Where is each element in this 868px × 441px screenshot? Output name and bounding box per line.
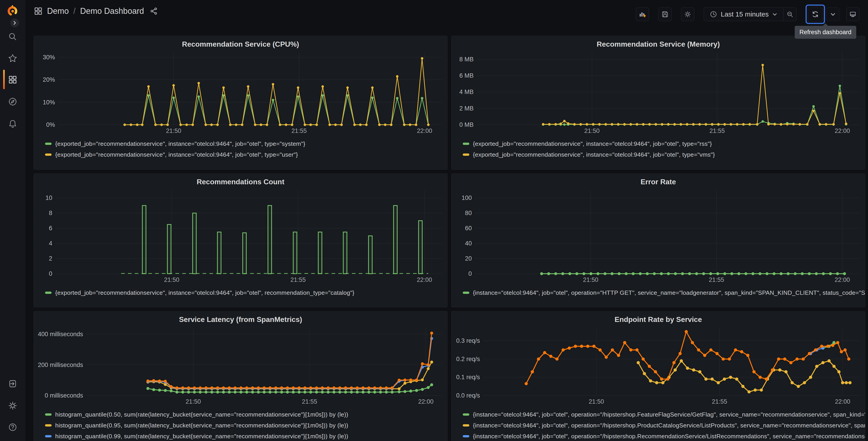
grafana-logo-icon[interactable] bbox=[6, 4, 19, 17]
legend-item[interactable]: histogram_quantile(0.95, sum(rate(latenc… bbox=[45, 420, 447, 431]
legend: {instance="otelcol:9464", job="otel", op… bbox=[452, 407, 865, 441]
svg-text:0: 0 bbox=[468, 270, 472, 277]
svg-text:6 MB: 6 MB bbox=[459, 72, 474, 79]
legend-swatch-icon bbox=[463, 153, 469, 156]
legend-label: {instance="otelcol:9464", job="otel", op… bbox=[473, 411, 865, 418]
series-p95 bbox=[146, 361, 433, 390]
svg-text:21:55: 21:55 bbox=[709, 127, 725, 134]
svg-text:8: 8 bbox=[49, 210, 52, 216]
dashboard-canvas: Recommendation Service (CPU%)21:5021:552… bbox=[25, 23, 868, 441]
sidebar-item-explore[interactable] bbox=[8, 97, 18, 107]
svg-text:21:55: 21:55 bbox=[291, 127, 307, 134]
panel-title[interactable]: Recommendation Service (CPU%) bbox=[34, 36, 447, 49]
legend-item[interactable]: {exported_job="recommendationservice", i… bbox=[463, 149, 865, 160]
legend-swatch-icon bbox=[45, 153, 52, 156]
sidebar-item-dashboards[interactable] bbox=[8, 75, 18, 85]
dashboards-grid-icon bbox=[33, 6, 43, 16]
chart-axis-labels: 21:5021:5522:000246810 bbox=[45, 195, 432, 283]
panel-endpoint-rate: Endpoint Rate by Service21:5021:5522:000… bbox=[451, 311, 865, 441]
svg-text:0.1 req/s: 0.1 req/s bbox=[456, 374, 480, 381]
svg-text:21:50: 21:50 bbox=[584, 127, 600, 134]
legend: {exported_job="recommendationservice", i… bbox=[452, 136, 865, 160]
panel-title[interactable]: Service Latency (from SpanMetrics) bbox=[34, 311, 447, 324]
series-p99 bbox=[146, 337, 433, 390]
breadcrumb: Demo / Demo Dashboard bbox=[33, 6, 158, 16]
svg-text:22:00: 22:00 bbox=[418, 398, 434, 405]
legend-item[interactable]: {instance="otelcol:9464", job="otel", op… bbox=[463, 409, 865, 420]
sidebar-item-sign-in[interactable] bbox=[8, 379, 18, 389]
chart-error-rate: 21:5021:5522:00020406080100 bbox=[452, 187, 865, 284]
legend-item[interactable]: histogram_quantile(0.99, sum(rate(latenc… bbox=[45, 431, 447, 441]
chart-recommendation-memory: 21:5021:5522:000 MB2 MB4 MB6 MB8 MB bbox=[452, 49, 865, 135]
legend-item[interactable]: {exported_job="recommendationservice", i… bbox=[45, 149, 447, 160]
legend-label: {exported_job="recommendationservice", i… bbox=[473, 151, 715, 158]
legend-label: histogram_quantile(0.95, sum(rate(latenc… bbox=[55, 422, 348, 429]
legend-item[interactable]: {exported_job="recommendationservice", i… bbox=[45, 138, 447, 149]
svg-text:21:50: 21:50 bbox=[164, 276, 180, 283]
sidebar-item-search[interactable] bbox=[8, 32, 18, 42]
svg-text:8 MB: 8 MB bbox=[459, 56, 474, 63]
sidebar bbox=[0, 0, 25, 441]
save-dashboard-button[interactable] bbox=[658, 7, 672, 21]
sidebar-item-settings[interactable] bbox=[8, 401, 18, 411]
svg-text:2: 2 bbox=[49, 255, 52, 262]
legend: histogram_quantile(0.50, sum(rate(latenc… bbox=[34, 407, 447, 441]
legend-item[interactable]: {instance="otelcol:9464", job="otel", op… bbox=[463, 287, 865, 298]
svg-text:20%: 20% bbox=[43, 76, 55, 83]
svg-text:4 MB: 4 MB bbox=[459, 89, 474, 95]
panel-recommendation-memory: Recommendation Service (Memory)21:5021:5… bbox=[451, 36, 865, 170]
legend-label: {exported_job="recommendationservice", i… bbox=[55, 289, 354, 296]
legend-label: {exported_job="recommendationservice", i… bbox=[473, 140, 712, 147]
svg-text:22:00: 22:00 bbox=[835, 276, 850, 283]
legend-label: {exported_job="recommendationservice", i… bbox=[55, 140, 305, 147]
panel-recommendation-cpu: Recommendation Service (CPU%)21:5021:552… bbox=[33, 36, 447, 170]
svg-text:22:00: 22:00 bbox=[417, 276, 432, 283]
grafana-dashboard: Demo / Demo Dashboard Last 15 minutes bbox=[0, 0, 868, 441]
chart-grid bbox=[56, 190, 442, 274]
legend-label: {instance="otelcol:9464", job="otel", op… bbox=[473, 433, 865, 440]
chart-axis-labels: 21:5021:5522:000 milliseconds200 millise… bbox=[38, 331, 433, 405]
legend-swatch-icon bbox=[45, 143, 52, 145]
svg-text:22:00: 22:00 bbox=[835, 127, 850, 134]
series-http-get-errors bbox=[540, 272, 846, 275]
legend-item[interactable]: {instance="otelcol:9464", job="otel", op… bbox=[463, 420, 865, 431]
legend-swatch-icon bbox=[463, 424, 469, 427]
time-range-picker[interactable]: Last 15 minutes bbox=[704, 7, 783, 21]
chart-grid bbox=[477, 53, 860, 125]
panel-title[interactable]: Error Rate bbox=[452, 174, 865, 187]
sidebar-active-indicator bbox=[3, 70, 5, 89]
svg-text:400 milliseconds: 400 milliseconds bbox=[38, 331, 83, 337]
legend-item[interactable]: {exported_job="recommendationservice", i… bbox=[45, 287, 447, 298]
legend-item[interactable]: {exported_job="recommendationservice", i… bbox=[463, 138, 865, 149]
zoom-out-time-button[interactable] bbox=[783, 7, 797, 21]
chart-recommendation-cpu: 21:5021:5522:000%10%20%30% bbox=[34, 49, 447, 135]
add-panel-button[interactable] bbox=[636, 7, 649, 21]
legend: {exported_job="recommendationservice", i… bbox=[34, 285, 447, 298]
dashboard-toolbar: Last 15 minutes bbox=[626, 4, 859, 24]
legend-swatch-icon bbox=[463, 413, 469, 416]
panel-title[interactable]: Endpoint Rate by Service bbox=[452, 311, 865, 324]
cycle-view-mode-button[interactable] bbox=[846, 7, 859, 21]
series-catalog bbox=[142, 206, 422, 274]
legend-item[interactable]: {instance="otelcol:9464", job="otel", op… bbox=[463, 431, 865, 441]
chart-grid bbox=[475, 190, 860, 274]
sidebar-item-alerting[interactable] bbox=[8, 119, 18, 129]
dashboard-settings-button[interactable] bbox=[681, 7, 694, 21]
svg-text:21:50: 21:50 bbox=[166, 127, 181, 134]
chart-grid bbox=[58, 53, 442, 125]
svg-text:0%: 0% bbox=[46, 121, 55, 128]
panel-title[interactable]: Recommendations Count bbox=[34, 174, 447, 187]
breadcrumb-dashboard-title[interactable]: Demo Dashboard bbox=[80, 6, 144, 16]
sidebar-item-starred[interactable] bbox=[8, 53, 18, 63]
refresh-interval-dropdown[interactable] bbox=[826, 7, 839, 21]
sidebar-expand-button[interactable] bbox=[10, 19, 19, 27]
breadcrumb-folder[interactable]: Demo bbox=[47, 6, 69, 16]
legend-item[interactable]: histogram_quantile(0.50, sum(rate(latenc… bbox=[45, 409, 447, 420]
legend-swatch-icon bbox=[45, 435, 52, 437]
svg-text:0.3 req/s: 0.3 req/s bbox=[456, 337, 480, 344]
share-icon[interactable] bbox=[150, 7, 158, 15]
sidebar-item-help[interactable] bbox=[8, 422, 18, 432]
chart-grid bbox=[483, 328, 860, 395]
svg-text:6: 6 bbox=[49, 225, 52, 232]
legend-swatch-icon bbox=[463, 435, 469, 437]
